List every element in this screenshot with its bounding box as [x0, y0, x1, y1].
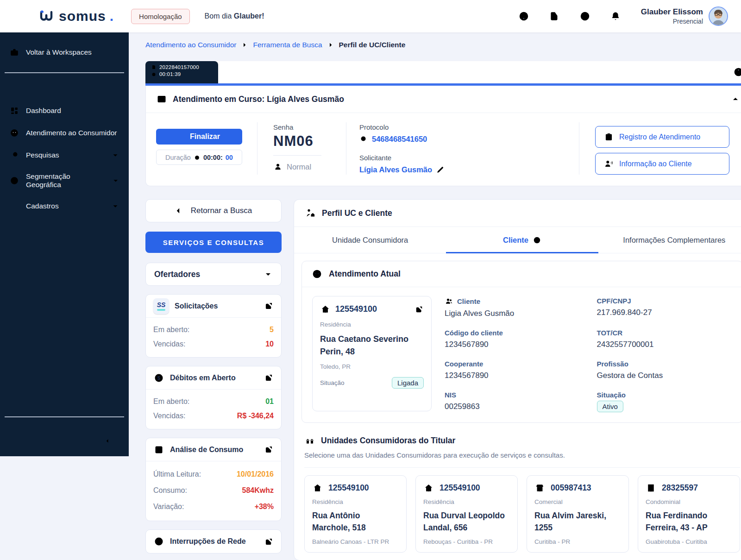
external-link-icon[interactable] [264, 301, 274, 311]
sidebar-item-pesquisas[interactable]: Pesquisas [0, 145, 129, 165]
atendimento-atual-card: Atendimento Atual 125549100 Residên [301, 261, 741, 423]
breadcrumb-current: Perfil de UC/Cliente [339, 41, 406, 49]
uc-card-1[interactable]: 125549100 Residência Rua Antônio Marchol… [304, 475, 407, 553]
building-icon [646, 483, 656, 493]
stat-row: Última Leitura: 10/01/2016 [153, 466, 274, 482]
chevron-up-icon[interactable] [731, 94, 740, 104]
interrupcoes-card: Interrupções de Rede [145, 529, 282, 554]
protocol-clock-icon [359, 135, 368, 144]
uc-card-4[interactable]: 28325597 Condominial Rua Ferdinando Ferr… [638, 475, 740, 553]
field-cliente: Cliente Ligia Alves Gusmão [445, 297, 580, 318]
senha-value: NM06 [273, 133, 346, 150]
protocol-link[interactable]: 5468468541650 [359, 135, 579, 144]
new-note-icon[interactable] [548, 10, 560, 22]
field-situacao: Situação Ativo [597, 391, 733, 411]
sidebar-back-workspaces[interactable]: Voltar à Workspaces [0, 43, 129, 62]
perfil-title: Perfil UC e Cliente [322, 208, 392, 218]
ofertadores-dropdown[interactable]: Ofertadores [145, 263, 282, 286]
chevron-down-icon [112, 176, 119, 185]
client-info-button[interactable]: Informação ao Cliente [595, 153, 729, 175]
register-attendance-button[interactable]: Registro de Atendimento [595, 126, 729, 148]
tab-informacoes-complementares[interactable]: Informações Complementares [598, 227, 741, 253]
chevron-right-icon [241, 41, 248, 49]
store-icon [534, 483, 545, 493]
session-code: 2022840157000 [159, 64, 199, 70]
pause-icon[interactable] [579, 10, 591, 22]
person-house-icon [305, 208, 316, 219]
return-search-button[interactable]: Retornar a Busca [145, 199, 282, 222]
sidebar-bottom-divider [5, 416, 124, 417]
services-consults-button[interactable]: SERVIÇOS E CONSULTAS [145, 232, 282, 253]
session-tab[interactable]: 2022840157000 00:01:39 [145, 61, 218, 83]
info-icon[interactable] [733, 66, 741, 78]
situacao-label: Situação [320, 379, 345, 386]
field-codigo-cliente: Código do cliente 1234567890 [445, 329, 580, 349]
session-elapsed: 00:01:39 [159, 71, 181, 77]
sidebar-item-cadastros[interactable]: Cadastros [0, 196, 129, 216]
sidebar-item-segmentacao[interactable]: Segmentação Geográfica [0, 168, 129, 194]
attendance-header: Atendimento em Curso: Lígia Alves Gusmão [146, 86, 741, 113]
divider [304, 467, 740, 468]
close-icon [178, 133, 185, 140]
stat-row: Consumo: 584Kwhz [153, 482, 274, 498]
consumo-card: Análise de Consumo Última Leitura: 10/01… [145, 438, 282, 521]
search-lines-icon [9, 150, 19, 160]
external-link-icon[interactable] [264, 373, 274, 383]
sidebar-back-label: Voltar à Workspaces [26, 48, 92, 57]
solicitacoes-ss-icon: SS [153, 298, 169, 314]
external-link-icon[interactable] [264, 445, 274, 454]
sidebar-item-atendimento[interactable]: Atendimento ao Consumidor [0, 123, 129, 143]
duration-label: Duração [165, 154, 191, 161]
chevron-right-icon [327, 41, 334, 49]
senha-label: Senha [273, 123, 346, 131]
pencil-icon[interactable] [436, 165, 445, 174]
dashboard-grid-icon [9, 106, 19, 116]
field-cooperante: Cooperante 1234567890 [445, 360, 580, 380]
sidebar-item-dashboard[interactable]: Dashboard [0, 101, 129, 120]
external-link-icon[interactable] [414, 305, 424, 314]
breadcrumb-atendimento[interactable]: Atendimento ao Consumidor [145, 41, 236, 49]
uc-card-3[interactable]: 005987413 Comercial Rua Alvim Jareski, 1… [527, 475, 629, 553]
check-circle-icon [533, 236, 541, 245]
notifications-bell-icon[interactable] [609, 10, 622, 22]
sidebar: Voltar à Workspaces Dashboard Atendiment… [0, 32, 129, 456]
debitos-card: Débitos em Aberto Em aberto: 01 Vencidas… [145, 366, 282, 429]
breadcrumb-ferramenta[interactable]: Ferramenta de Busca [253, 41, 322, 49]
briefcase-icon [9, 47, 19, 57]
requester-label: Solicitante [359, 154, 579, 162]
finalize-button[interactable]: Finalizar [156, 129, 242, 145]
lightning-circle-icon [153, 536, 164, 547]
help-icon[interactable] [518, 10, 530, 22]
stopwatch-icon [151, 71, 157, 77]
bar-chart-icon [153, 444, 164, 455]
environment-badge: Homologação [131, 9, 190, 24]
requester-link[interactable]: Lígia Alves Gusmão [359, 165, 579, 174]
uc-card-2[interactable]: 125549100 Residência Rua Durval Leopoldo… [415, 475, 518, 553]
logo-mark-icon [39, 9, 55, 23]
divider [273, 155, 321, 156]
current-uc-card[interactable]: 125549100 Residência Rua Caetano Severin… [312, 296, 432, 411]
house-lines-icon [312, 483, 323, 493]
tab-cliente[interactable]: Cliente [446, 227, 598, 253]
contact-card-icon [156, 94, 167, 105]
left-column: Retornar a Busca SERVIÇOS E CONSULTAS Of… [145, 199, 282, 554]
avatar[interactable] [709, 6, 728, 26]
stat-row: Em aberto: 5 [153, 322, 274, 337]
status-badge: Ligada [392, 377, 424, 389]
attendance-title: Atendimento em Curso: Lígia Alves Gusmão [173, 94, 344, 104]
brand-name: somus [59, 9, 106, 23]
field-nis: NIS 00259863 [445, 391, 580, 411]
consumer-face-icon [311, 268, 323, 280]
person-talking-icon [604, 159, 614, 169]
dollar-circle-icon [153, 372, 164, 384]
duration-value: 00:00: [203, 154, 223, 161]
collapse-sidebar-icon[interactable] [105, 435, 117, 447]
protocol-label: Protocolo [359, 123, 579, 131]
field-profissao: Profissão Gestora de Contas [597, 360, 733, 380]
sidebar-nav: Dashboard Atendimento ao Consumidor Pesq… [0, 101, 129, 216]
tab-unidade-consumidora[interactable]: Unidade Consumidora [294, 227, 446, 253]
uc-city: Toledo, PR [320, 363, 424, 370]
field-cpf-cnpj: CPF/CNPJ 217.969.840-27 [597, 297, 733, 318]
geo-target-icon [9, 176, 19, 186]
external-link-icon[interactable] [264, 537, 274, 547]
